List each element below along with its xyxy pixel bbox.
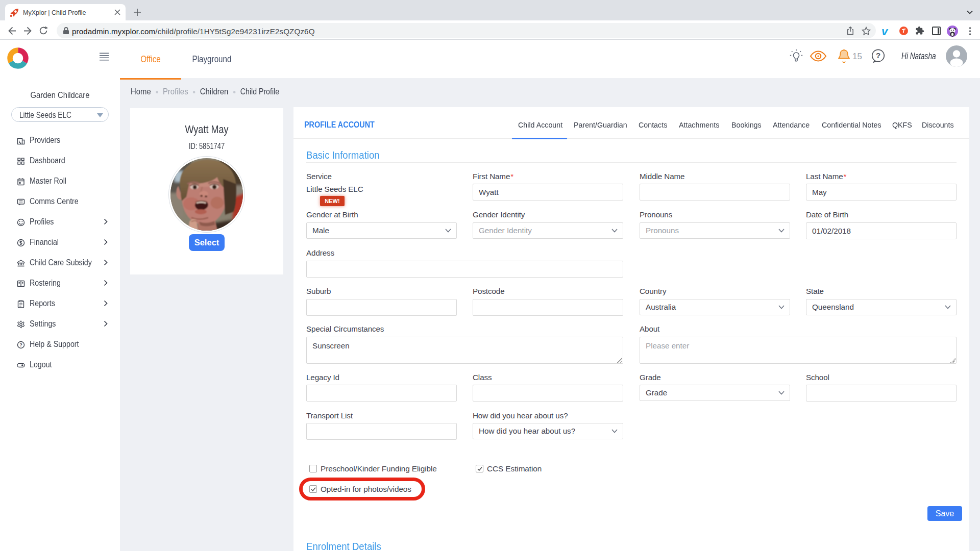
svg-text:?: ? <box>19 342 22 347</box>
svg-text:?: ? <box>876 51 880 60</box>
